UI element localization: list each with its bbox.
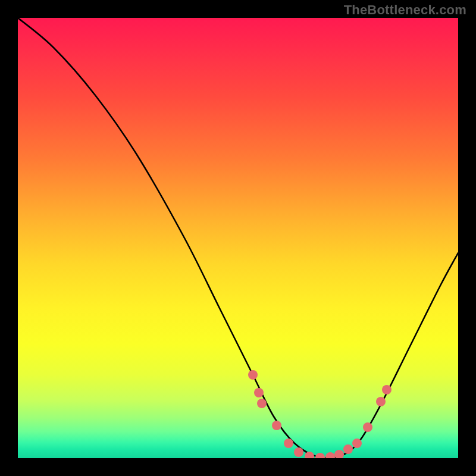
watermark: TheBottleneck.com (344, 2, 466, 18)
data-marker (343, 444, 353, 454)
data-marker (363, 422, 372, 432)
data-marker (352, 439, 362, 448)
data-marker (248, 370, 258, 380)
curve-markers (248, 370, 392, 458)
curve-layer (18, 18, 458, 458)
bottleneck-curve (18, 18, 458, 458)
data-marker (334, 450, 344, 458)
data-marker (382, 385, 392, 394)
data-marker (272, 421, 281, 430)
data-marker (294, 447, 303, 457)
data-marker (254, 388, 264, 397)
data-marker (257, 399, 267, 408)
data-marker (284, 439, 293, 448)
data-marker (376, 397, 386, 406)
data-marker (325, 452, 335, 458)
chart-frame: TheBottleneck.com (0, 0, 476, 476)
data-marker (315, 453, 325, 458)
plot-area (18, 18, 458, 458)
